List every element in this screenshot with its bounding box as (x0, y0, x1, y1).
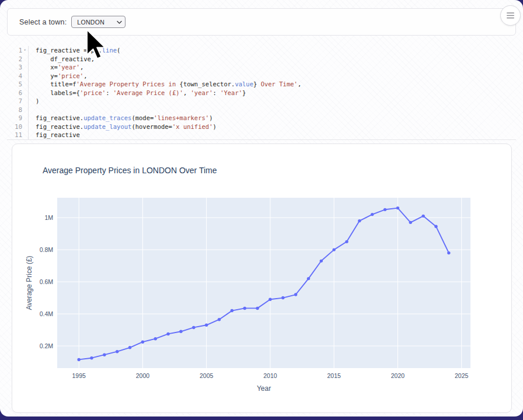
data-point[interactable] (231, 309, 233, 312)
code-token: 'year' (58, 64, 80, 71)
x-axis-title: Year (257, 384, 271, 393)
code-line-text: df_reactive, (28, 55, 516, 64)
code-line-text: ) (28, 97, 516, 106)
data-point[interactable] (320, 260, 323, 262)
data-point[interactable] (307, 277, 310, 280)
fold-spacer (22, 123, 27, 131)
data-point[interactable] (396, 206, 399, 209)
data-point[interactable] (383, 208, 386, 211)
data-point[interactable] (421, 215, 424, 218)
data-point[interactable] (243, 307, 246, 310)
data-point[interactable] (166, 332, 169, 335)
code-line-text: fig_reactive = px.line( (28, 46, 516, 55)
data-point[interactable] (90, 356, 93, 359)
data-point[interactable] (256, 307, 259, 310)
code-token: 'year' (191, 89, 213, 96)
data-point[interactable] (447, 251, 450, 254)
fold-spacer (22, 106, 27, 114)
data-point[interactable] (345, 240, 348, 243)
data-point[interactable] (434, 225, 437, 228)
data-point[interactable] (294, 293, 297, 296)
town-dropdown-value: LONDON (77, 19, 104, 26)
code-token: 'x unified' (172, 123, 213, 130)
data-point[interactable] (116, 350, 118, 353)
fold-spacer (22, 97, 27, 106)
chevron-down-icon (117, 20, 122, 25)
code-lines: 1▾fig_reactive = px.line(2 df_reactive,3… (7, 46, 516, 139)
fold-spacer (22, 72, 27, 80)
fold-chevron-icon[interactable]: ▾ (22, 46, 27, 55)
fold-spacer (22, 80, 27, 89)
code-line: 1▾fig_reactive = px.line( (7, 46, 516, 55)
code-token: fig_reactive = px. (36, 47, 102, 54)
code-token: } (242, 89, 246, 96)
code-token: (hovermode= (131, 123, 172, 130)
code-token: 'Average Price (£)' (113, 89, 183, 96)
code-line: 5 title=f'Average Property Prices in {to… (7, 80, 516, 89)
town-dropdown[interactable]: LONDON (71, 16, 125, 28)
code-line-text: fig_reactive (28, 131, 516, 139)
code-line: 7) (7, 97, 516, 106)
line-chart: 19952000200520102015202020250.2M0.4M0.6M… (12, 144, 511, 411)
y-axis-title: Average Price (£) (25, 256, 33, 310)
code-line-text: labels={'price': 'Average Price (£)', 'y… (28, 89, 516, 97)
data-point[interactable] (332, 248, 335, 251)
data-point[interactable] (179, 330, 182, 333)
line-number: 8 (7, 106, 22, 114)
code-token: ( (117, 47, 120, 54)
y-tick-label: 1M (44, 214, 53, 221)
line-number: 5 (7, 80, 22, 89)
x-tick-label: 2025 (455, 372, 469, 379)
code-token: y= (36, 72, 58, 79)
fold-spacer (22, 63, 27, 72)
code-token: (mode= (131, 114, 154, 121)
line-number: 10 (7, 123, 22, 131)
data-point[interactable] (269, 298, 271, 301)
town-selector-cell: Select a town: LONDON (7, 8, 516, 36)
code-token: , (83, 72, 87, 79)
town-selector-label: Select a town: (19, 18, 67, 26)
fold-spacer (22, 89, 27, 97)
code-line-text: fig_reactive.update_layout(hovermode='x … (28, 123, 516, 131)
code-line-text: title=f'Average Property Prices in {town… (28, 80, 516, 89)
line-number: 4 (7, 72, 22, 80)
code-line: 10fig_reactive.update_layout(hovermode='… (7, 123, 516, 131)
data-point[interactable] (141, 340, 144, 343)
data-point[interactable] (371, 213, 374, 216)
code-token: fig_reactive (36, 131, 80, 138)
code-token: , (183, 89, 191, 96)
data-point[interactable] (358, 219, 361, 222)
code-token: ) (212, 123, 216, 130)
code-line-text: y='price', (28, 72, 516, 80)
data-point[interactable] (281, 296, 284, 299)
code-line-text: x='year', (28, 63, 516, 72)
data-point[interactable] (409, 221, 412, 224)
code-line: 2 df_reactive, (7, 55, 516, 64)
code-token: , (80, 64, 83, 71)
code-token: ) (209, 114, 212, 121)
data-point[interactable] (218, 318, 221, 321)
code-line: 11fig_reactive (7, 131, 516, 139)
code-token: update_traces (83, 114, 131, 121)
x-tick-label: 2015 (327, 372, 341, 379)
y-tick-label: 0.6M (40, 278, 53, 285)
menu-button[interactable] (500, 5, 521, 26)
code-editor[interactable]: 1▾fig_reactive = px.line(2 df_reactive,3… (7, 43, 516, 140)
code-token: Over Time' (257, 80, 298, 88)
data-point[interactable] (154, 337, 157, 340)
data-point[interactable] (205, 324, 208, 327)
code-token: , (298, 80, 301, 88)
y-tick-label: 0.4M (40, 310, 53, 317)
data-point[interactable] (77, 358, 80, 361)
x-tick-label: 2000 (136, 372, 150, 379)
data-point[interactable] (192, 326, 195, 329)
line-number: 7 (7, 97, 22, 106)
fold-spacer (22, 114, 27, 123)
y-tick-label: 0.2M (40, 342, 53, 349)
line-number: 1 (7, 46, 22, 55)
chart-output-cell: 19952000200520102015202020250.2M0.4M0.6M… (12, 144, 512, 413)
code-token: update_layout (83, 123, 131, 130)
data-point[interactable] (128, 346, 131, 349)
code-token: 'Year' (220, 89, 242, 96)
data-point[interactable] (103, 353, 106, 356)
